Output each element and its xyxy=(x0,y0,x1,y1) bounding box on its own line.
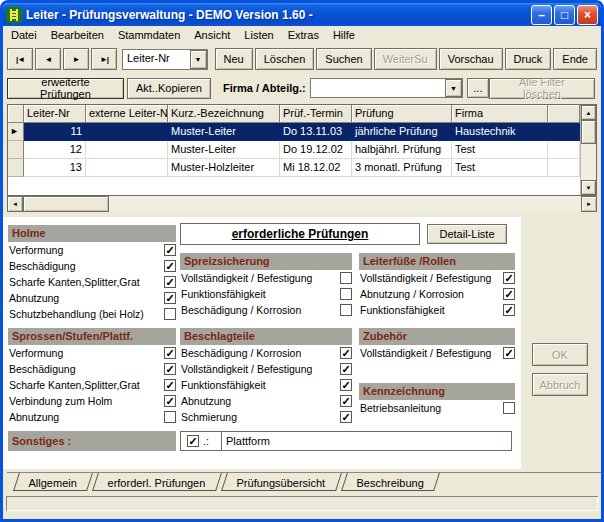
checkbox-vollstaendigkeit-befestigung[interactable]: ✓ xyxy=(340,363,352,375)
last-record-button[interactable]: ►| xyxy=(91,48,117,70)
checkbox-funktionsfaehigkeit[interactable]: ✓ xyxy=(340,379,352,391)
cell-firma[interactable]: Test xyxy=(452,159,548,177)
checkbox-abnutzung[interactable] xyxy=(164,411,176,423)
checkbox-beschaedigung[interactable]: ✓ xyxy=(164,260,176,272)
grid-column-header-externe-leiter-nr[interactable]: externe Leiter-Nr xyxy=(86,105,168,123)
menu-item-bearbeiten[interactable]: Bearbeiten xyxy=(44,28,111,42)
tab-pruefungsuebersicht[interactable]: Prüfungsübersicht xyxy=(221,473,342,491)
maximize-button[interactable]: □ xyxy=(554,5,575,25)
row-marker[interactable] xyxy=(8,141,24,159)
checkbox-vollstaendigkeit-befestigung[interactable]: ✓ xyxy=(503,272,515,284)
menu-item-datei[interactable]: Datei xyxy=(4,28,44,42)
ende-button[interactable]: Ende xyxy=(553,48,597,70)
cell-firma[interactable]: Haustechnik xyxy=(452,123,548,141)
cell-kurz-bezeichnung[interactable]: Muster-Leiter xyxy=(168,141,280,159)
tab-beschreibung[interactable]: Beschreibung xyxy=(341,473,440,491)
cell-pruefung[interactable]: jährliche Prüfung xyxy=(352,123,452,141)
checkbox-label: Schutzbehandlung (bei Holz) xyxy=(8,308,144,320)
firma-combo[interactable]: ▼ xyxy=(310,78,463,98)
grid-column-header-firma[interactable]: Firma xyxy=(452,105,548,123)
cell-pruefung[interactable]: 3 monatl. Prüfung xyxy=(352,159,452,177)
table-row-11[interactable]: ►11Muster-LeiterDo 13.11.03jährliche Prü… xyxy=(8,123,580,141)
cell-kurz-bezeichnung[interactable]: Muster-Holzleiter xyxy=(168,159,280,177)
checkbox-scharfe-kanten-splitter-grat[interactable]: ✓ xyxy=(164,379,176,391)
table-row-12[interactable]: 12Muster-LeiterDo 19.12.02halbjährl. Prü… xyxy=(8,141,580,159)
vscroll-thumb[interactable] xyxy=(581,120,596,144)
cell-leiter-nr[interactable]: 13 xyxy=(24,159,86,177)
cell-pruefung[interactable]: halbjährl. Prüfung xyxy=(352,141,452,159)
suchen-button[interactable]: Suchen xyxy=(316,48,371,70)
cell-pruef-termin[interactable]: Do 13.11.03 xyxy=(280,123,352,141)
akt-kopieren-button[interactable]: Akt..Kopieren xyxy=(127,78,211,99)
cell-leiter-nr[interactable]: 12 xyxy=(24,141,86,159)
tab-allgemein[interactable]: Allgemein xyxy=(13,473,93,491)
cell-externe-leiter-nr[interactable] xyxy=(86,159,168,177)
checkbox-vollstaendigkeit-befestigung[interactable] xyxy=(340,272,352,284)
cell-externe-leiter-nr[interactable] xyxy=(86,123,168,141)
horizontal-scrollbar[interactable]: ◄ ► xyxy=(7,196,597,212)
checkbox-scharfe-kanten-splitter-grat[interactable]: ✓ xyxy=(164,276,176,288)
scroll-down-button[interactable]: ▼ xyxy=(581,180,596,195)
checkbox-beschaedigung-korrosion[interactable]: ✓ xyxy=(340,347,352,359)
cell-leiter-nr[interactable]: 11 xyxy=(24,123,86,141)
checkbox-funktionsfaehigkeit[interactable] xyxy=(340,288,352,300)
checkbox-betriebsanleitung[interactable] xyxy=(503,402,515,414)
chevron-down-icon: ▼ xyxy=(450,85,457,92)
menu-item-listen[interactable]: Listen xyxy=(237,28,280,42)
cell-pruef-termin[interactable]: Do 19.12.02 xyxy=(280,141,352,159)
neu-button[interactable]: Neu xyxy=(215,48,253,70)
checkbox-abnutzung[interactable]: ✓ xyxy=(340,395,352,407)
cell-kurz-bezeichnung[interactable]: Muster-Leiter xyxy=(168,123,280,141)
checkbox-vollstaendigkeit-befestigung[interactable]: ✓ xyxy=(503,347,515,359)
checkbox-verformung[interactable]: ✓ xyxy=(164,347,176,359)
checkbox-funktionsfaehigkeit[interactable]: ✓ xyxy=(503,304,515,316)
sonstiges-checkbox[interactable]: ✓ xyxy=(187,435,199,447)
checkbox-beschaedigung-korrosion[interactable] xyxy=(340,304,352,316)
checkbox-verbindung-zum-holm[interactable]: ✓ xyxy=(164,395,176,407)
abbruch-button: Abbruch xyxy=(532,373,588,396)
prev-record-button[interactable]: ◄ xyxy=(35,48,61,70)
minimize-button[interactable]: – xyxy=(531,5,552,25)
detail-liste-button[interactable]: Detail-Liste xyxy=(427,224,507,244)
grid-column-header-pruefung[interactable]: Prüfung xyxy=(352,105,452,123)
scroll-right-button[interactable]: ► xyxy=(581,196,597,212)
tab-erforderl-pruefungen[interactable]: erforderl. Prüfungen xyxy=(92,473,222,491)
cell-pruef-termin[interactable]: Mi 18.12.02 xyxy=(280,159,352,177)
firma-combo-dropdown-button[interactable]: ▼ xyxy=(445,79,462,97)
checkbox-schmierung[interactable]: ✓ xyxy=(340,411,352,423)
grid-column-header-kurz-bezeichnung[interactable]: Kurz.-Bezeichnung xyxy=(168,105,280,123)
next-record-button[interactable]: ► xyxy=(63,48,89,70)
loeschen-button[interactable]: Löschen xyxy=(255,48,315,70)
checkbox-abnutzung-korrosion[interactable]: ✓ xyxy=(503,288,515,300)
sort-field-combo[interactable]: Leiter-Nr ▼ xyxy=(122,49,208,70)
vertical-scrollbar[interactable]: ▲ ▼ xyxy=(580,105,596,195)
browse-button[interactable]: ... xyxy=(467,78,489,98)
checkbox-label: Verformung xyxy=(8,347,63,359)
close-button[interactable]: × xyxy=(577,5,598,25)
scroll-left-button[interactable]: ◄ xyxy=(7,196,23,212)
first-record-button[interactable]: |◄ xyxy=(7,48,33,70)
cell-externe-leiter-nr[interactable] xyxy=(86,141,168,159)
grid-column-header-leiter-nr[interactable]: Leiter-Nr xyxy=(24,105,86,123)
druck-button[interactable]: Druck xyxy=(505,48,552,70)
checkbox-schutzbehandlung-bei-holz[interactable] xyxy=(164,308,176,320)
vorschau-button[interactable]: Vorschau xyxy=(439,48,503,70)
menu-item-extras[interactable]: Extras xyxy=(281,28,326,42)
checkbox-abnutzung[interactable]: ✓ xyxy=(164,292,176,304)
table-row-13[interactable]: 13Muster-HolzleiterMi 18.12.023 monatl. … xyxy=(8,159,580,177)
menu-item-hilfe[interactable]: Hilfe xyxy=(326,28,362,42)
row-marker[interactable] xyxy=(8,159,24,177)
scroll-up-button[interactable]: ▲ xyxy=(581,105,596,120)
checkbox-verformung[interactable]: ✓ xyxy=(164,244,176,256)
sonstiges-input[interactable] xyxy=(221,431,512,451)
hscroll-track[interactable] xyxy=(109,196,581,212)
menu-item-ansicht[interactable]: Ansicht xyxy=(187,28,237,42)
cell-firma[interactable]: Test xyxy=(452,141,548,159)
checkbox-beschaedigung[interactable]: ✓ xyxy=(164,363,176,375)
row-marker[interactable]: ► xyxy=(8,123,24,141)
grid-column-header-pruef-termin[interactable]: Prüf.-Termin xyxy=(280,105,352,123)
menu-item-stammdaten[interactable]: Stammdaten xyxy=(111,28,187,42)
hscroll-thumb[interactable] xyxy=(23,196,109,212)
sort-combo-dropdown-button[interactable]: ▼ xyxy=(190,50,207,69)
erweiterte-pruefungen-button[interactable]: erweiterte Prüfungen xyxy=(7,78,124,99)
